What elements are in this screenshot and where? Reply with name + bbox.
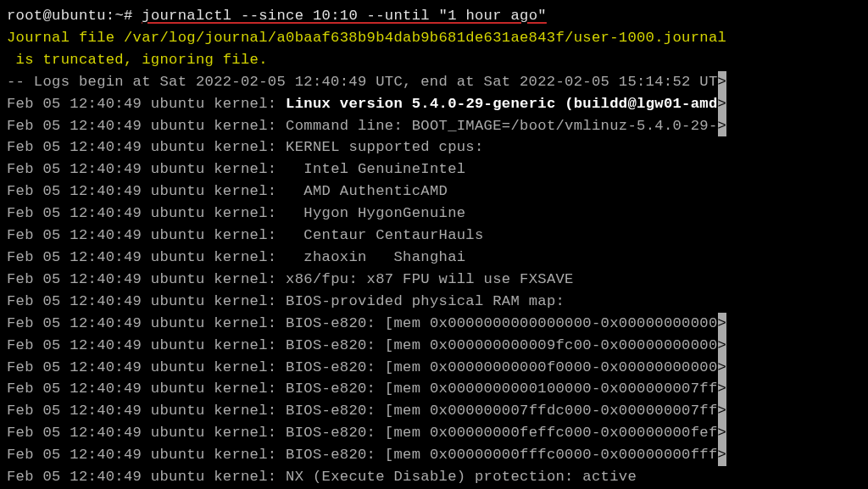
- log-line: Feb 05 12:40:49 ubuntu kernel: Intel Gen…: [7, 161, 465, 177]
- more-indicator-icon: >: [718, 313, 726, 335]
- log-timestamp: Feb 05 12:40:49: [7, 403, 142, 419]
- log-host: ubuntu: [151, 118, 205, 134]
- log-line: Feb 05 12:40:49 ubuntu kernel: Centaur C…: [7, 227, 484, 243]
- log-line: Feb 05 12:40:49 ubuntu kernel: NX (Execu…: [7, 469, 637, 485]
- log-line: Feb 05 12:40:49 ubuntu kernel: BIOS-e820…: [7, 381, 726, 397]
- log-line: Feb 05 12:40:49 ubuntu kernel: x86/fpu: …: [7, 271, 574, 287]
- more-indicator-icon: >: [718, 115, 726, 137]
- log-host: ubuntu: [151, 337, 205, 353]
- log-timestamp: Feb 05 12:40:49: [7, 293, 142, 309]
- log-source: kernel:: [214, 118, 276, 134]
- log-timestamp: Feb 05 12:40:49: [7, 227, 142, 243]
- log-host: ubuntu: [151, 271, 205, 287]
- log-message: BIOS-e820: [mem 0x00000000000f0000-0x000…: [276, 359, 717, 375]
- log-line: Feb 05 12:40:49 ubuntu kernel: Command l…: [7, 118, 726, 134]
- log-message: BIOS-provided physical RAM map:: [276, 293, 565, 309]
- log-message: Intel GenuineIntel: [276, 161, 465, 177]
- log-timestamp: Feb 05 12:40:49: [7, 359, 142, 375]
- log-line: Feb 05 12:40:49 ubuntu kernel: BIOS-e820…: [7, 425, 726, 441]
- more-indicator-icon: >: [718, 422, 726, 444]
- more-indicator-icon: >: [718, 444, 726, 466]
- log-message: BIOS-e820: [mem 0x00000000fffc0000-0x000…: [276, 447, 717, 463]
- log-message: [276, 96, 286, 112]
- log-source: kernel:: [214, 381, 276, 397]
- log-source: kernel:: [214, 249, 276, 265]
- log-source: kernel:: [214, 315, 276, 331]
- log-message: KERNEL supported cpus:: [276, 139, 483, 155]
- log-line: Feb 05 12:40:49 ubuntu kernel: Hygon Hyg…: [7, 205, 465, 221]
- log-timestamp: Feb 05 12:40:49: [7, 469, 142, 485]
- log-timestamp: Feb 05 12:40:49: [7, 183, 142, 199]
- log-host: ubuntu: [151, 447, 205, 463]
- log-timestamp: Feb 05 12:40:49: [7, 337, 142, 353]
- log-host: ubuntu: [151, 227, 205, 243]
- log-message: BIOS-e820: [mem 0x00000000feffc000-0x000…: [276, 425, 717, 441]
- log-source: kernel:: [214, 227, 276, 243]
- warning-line-2: is truncated, ignoring file.: [7, 52, 268, 68]
- log-message: Hygon HygonGenuine: [276, 205, 465, 221]
- log-line: Feb 05 12:40:49 ubuntu kernel: BIOS-e820…: [7, 315, 726, 331]
- log-line: Feb 05 12:40:49 ubuntu kernel: KERNEL su…: [7, 139, 484, 155]
- log-host: ubuntu: [151, 425, 205, 441]
- log-line: Feb 05 12:40:49 ubuntu kernel: Linux ver…: [7, 96, 726, 112]
- log-source: kernel:: [214, 403, 276, 419]
- more-indicator-icon: >: [718, 378, 726, 400]
- log-host: ubuntu: [151, 139, 205, 155]
- prompt-line: root@ubuntu:~# journalctl --since 10:10 …: [7, 8, 547, 24]
- more-indicator-icon: >: [718, 357, 726, 379]
- log-host: ubuntu: [151, 205, 205, 221]
- terminal-output[interactable]: root@ubuntu:~# journalctl --since 10:10 …: [0, 0, 868, 489]
- logs-begin-line: -- Logs begin at Sat 2022-02-05 12:40:49…: [7, 74, 726, 90]
- log-source: kernel:: [214, 337, 276, 353]
- log-message: Command line: BOOT_IMAGE=/boot/vmlinuz-5…: [276, 118, 717, 134]
- log-timestamp: Feb 05 12:40:49: [7, 249, 142, 265]
- log-timestamp: Feb 05 12:40:49: [7, 161, 142, 177]
- log-host: ubuntu: [151, 96, 205, 112]
- prompt-user-host: root@ubuntu: [7, 8, 106, 24]
- log-timestamp: Feb 05 12:40:49: [7, 381, 142, 397]
- log-source: kernel:: [214, 161, 276, 177]
- log-host: ubuntu: [151, 403, 205, 419]
- log-message-bright: Linux version 5.4.0-29-generic (buildd@l…: [286, 96, 717, 112]
- log-line: Feb 05 12:40:49 ubuntu kernel: BIOS-e820…: [7, 403, 726, 419]
- log-host: ubuntu: [151, 359, 205, 375]
- log-source: kernel:: [214, 205, 276, 221]
- log-timestamp: Feb 05 12:40:49: [7, 447, 142, 463]
- command-text: journalctl --since 10:10 --until "1 hour…: [142, 8, 547, 24]
- log-timestamp: Feb 05 12:40:49: [7, 271, 142, 287]
- log-line: Feb 05 12:40:49 ubuntu kernel: BIOS-e820…: [7, 359, 726, 375]
- log-source: kernel:: [214, 293, 276, 309]
- log-host: ubuntu: [151, 469, 205, 485]
- more-indicator-icon: >: [718, 400, 726, 422]
- log-source: kernel:: [214, 96, 276, 112]
- log-source: kernel:: [214, 425, 276, 441]
- log-lines: Feb 05 12:40:49 ubuntu kernel: Linux ver…: [7, 96, 726, 489]
- log-message: NX (Execute Disable) protection: active: [276, 469, 637, 485]
- log-timestamp: Feb 05 12:40:49: [7, 139, 142, 155]
- log-line: Feb 05 12:40:49 ubuntu kernel: AMD Authe…: [7, 183, 448, 199]
- log-host: ubuntu: [151, 249, 205, 265]
- log-timestamp: Feb 05 12:40:49: [7, 425, 142, 441]
- log-host: ubuntu: [151, 183, 205, 199]
- prompt-colon: :: [106, 8, 115, 24]
- log-line: Feb 05 12:40:49 ubuntu kernel: BIOS-prov…: [7, 293, 565, 309]
- log-message: BIOS-e820: [mem 0x000000000009fc00-0x000…: [276, 337, 717, 353]
- log-message: x86/fpu: x87 FPU will use FXSAVE: [276, 271, 573, 287]
- log-source: kernel:: [214, 469, 276, 485]
- log-timestamp: Feb 05 12:40:49: [7, 118, 142, 134]
- prompt-symbol: #: [124, 8, 133, 24]
- log-timestamp: Feb 05 12:40:49: [7, 96, 142, 112]
- log-message: BIOS-e820: [mem 0x0000000000000000-0x000…: [276, 315, 717, 331]
- log-timestamp: Feb 05 12:40:49: [7, 315, 142, 331]
- log-timestamp: Feb 05 12:40:49: [7, 205, 142, 221]
- log-host: ubuntu: [151, 161, 205, 177]
- log-source: kernel:: [214, 447, 276, 463]
- log-message: BIOS-e820: [mem 0x0000000000100000-0x000…: [276, 381, 717, 397]
- log-source: kernel:: [214, 139, 276, 155]
- warning-line-1: Journal file /var/log/journal/a0baaf638b…: [7, 30, 726, 46]
- log-source: kernel:: [214, 359, 276, 375]
- log-line: Feb 05 12:40:49 ubuntu kernel: BIOS-e820…: [7, 337, 726, 353]
- more-indicator-icon: >: [718, 71, 726, 93]
- log-line: Feb 05 12:40:49 ubuntu kernel: zhaoxin S…: [7, 249, 465, 265]
- prompt-path: ~: [114, 8, 124, 24]
